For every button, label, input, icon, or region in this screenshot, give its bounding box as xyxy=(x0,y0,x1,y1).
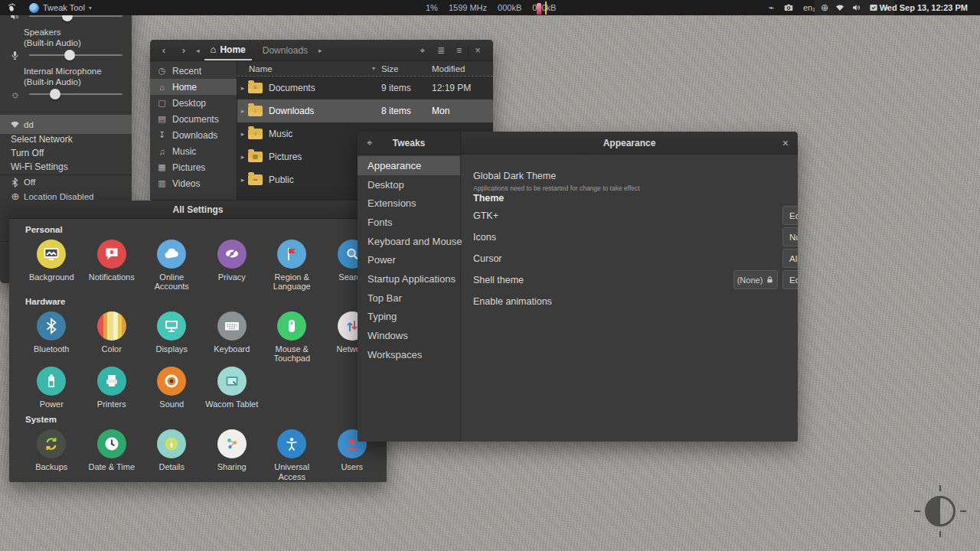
keyboard-layout-label: en₁ xyxy=(803,3,815,12)
settings-tile-universal-access[interactable]: Universal Access xyxy=(262,425,322,481)
settings-tile-color[interactable]: Color xyxy=(82,308,142,363)
sidebar-item-documents[interactable]: ▤Documents xyxy=(150,111,237,127)
settings-tile-date-time[interactable]: Date & Time xyxy=(82,425,142,481)
displays-icon xyxy=(157,311,186,341)
settings-tile-sound[interactable]: Sound xyxy=(142,363,202,409)
sidebar-label: Music xyxy=(172,146,196,157)
tweaks-item-appearance[interactable]: Appearance xyxy=(358,156,460,175)
icon-theme-dropdown[interactable]: Numix-Circle ▾ xyxy=(782,227,798,246)
sidebar-item-desktop[interactable]: ▢Desktop xyxy=(150,95,237,111)
sidebar-label: Desktop xyxy=(172,98,206,109)
pathbar-home-tab[interactable]: ⌂ Home xyxy=(204,40,252,60)
settings-tile-backups[interactable]: Backups xyxy=(21,425,82,481)
close-button[interactable]: × xyxy=(469,45,487,56)
submenu-arrow-icon[interactable]: ▸ xyxy=(969,207,972,215)
gtk-theme-dropdown[interactable]: Equilux ▾ xyxy=(782,206,798,225)
close-button[interactable]: × xyxy=(782,137,789,149)
file-row-downloads[interactable]: ▸ ↓Downloads 8 items Mon xyxy=(237,99,493,122)
column-modified[interactable]: Modified xyxy=(432,64,493,73)
sidebar-item-music[interactable]: ♫Music xyxy=(150,143,237,159)
settings-tile-sharing[interactable]: Sharing xyxy=(202,425,263,481)
tile-label: Displays xyxy=(155,344,188,354)
settings-tile-power[interactable]: Power xyxy=(21,363,82,409)
turn-off-item[interactable]: Turn Off xyxy=(11,148,44,158)
screenshot-camera-icon[interactable] xyxy=(783,2,794,13)
widget-tick-bottom xyxy=(939,531,941,537)
settings-tile-online-accounts[interactable]: Online Accounts xyxy=(142,236,202,291)
settings-tile-region-language[interactable]: Region & Language xyxy=(262,236,322,291)
settings-tile-keyboard[interactable]: Keyboard xyxy=(202,308,263,363)
path-scroll-right-icon[interactable]: ▸ xyxy=(318,47,322,54)
settings-tile-privacy[interactable]: Privacy xyxy=(202,236,263,291)
back-button[interactable]: ‹ xyxy=(156,44,172,56)
volume-slider[interactable] xyxy=(29,15,122,17)
expander-icon[interactable]: ▸ xyxy=(237,84,248,92)
tweaks-item-power[interactable]: Power xyxy=(358,250,460,269)
path-scroll-left-icon[interactable]: ◂ xyxy=(196,47,200,54)
submenu-arrow-icon[interactable]: ▸ xyxy=(969,222,972,230)
app-menu[interactable]: Tweak Tool ▾ xyxy=(23,0,98,15)
settings-tile-details[interactable]: Details xyxy=(142,425,202,481)
activities-button[interactable] xyxy=(0,0,23,15)
bluetooth-status[interactable]: Off xyxy=(24,177,35,187)
file-name: Music xyxy=(269,129,292,139)
expander-icon[interactable]: ▸ xyxy=(237,176,248,184)
window-menu-button[interactable]: ≡ xyxy=(450,45,469,56)
file-row-documents[interactable]: ▸ ≡Documents 9 items 12:19 PM xyxy=(237,77,493,99)
tweaks-item-top-bar[interactable]: Top Bar xyxy=(358,289,460,308)
forward-button[interactable]: › xyxy=(176,44,191,56)
clock[interactable]: Wed Sep 13, 12:23 PM xyxy=(880,3,968,12)
list-view-button[interactable]: ≣ xyxy=(432,45,450,56)
brightness-slider-knob[interactable] xyxy=(50,89,60,99)
sidebar-item-downloads[interactable]: ↧Downloads xyxy=(150,127,237,143)
settings-tile-bluetooth[interactable]: Bluetooth xyxy=(21,308,82,363)
submenu-arrow-icon[interactable]: ▸ xyxy=(969,32,972,40)
tweaks-item-desktop[interactable]: Desktop xyxy=(358,175,460,194)
submenu-arrow-icon[interactable]: ▸ xyxy=(969,71,972,79)
microphone-label[interactable]: Internal Microphone (Built-in Audio) xyxy=(24,66,102,88)
gtk-label: GTK+ xyxy=(473,210,498,221)
locate-pointer-icon[interactable]: ⌖ xyxy=(367,137,372,149)
online-accounts-icon xyxy=(157,240,186,269)
pathbar-downloads-tab[interactable]: Downloads xyxy=(256,40,314,60)
tweaks-item-typing[interactable]: Typing xyxy=(358,308,460,327)
shell-theme-dropdown[interactable]: Equilux ▾ xyxy=(782,270,798,289)
expander-icon[interactable]: ▸ xyxy=(237,130,248,138)
tweaks-item-keyboard-mouse[interactable]: Keyboard and Mouse xyxy=(358,232,460,251)
sidebar-item-videos[interactable]: ▥Videos xyxy=(150,175,237,191)
tweaks-item-workspaces[interactable]: Workspaces xyxy=(358,345,460,364)
settings-tile-mouse-touchpad[interactable]: Mouse & Touchpad xyxy=(262,308,322,363)
settings-tile-displays[interactable]: Displays xyxy=(142,308,202,363)
microphone-slider-knob[interactable] xyxy=(64,50,75,60)
settings-tile-notifications[interactable]: Notifications xyxy=(82,236,142,291)
cursor-theme-dropdown[interactable]: Alkano-Aluminium ▾ xyxy=(782,249,798,268)
sidebar-item-home[interactable]: ⌂Home xyxy=(150,79,237,95)
expander-icon[interactable]: ▸ xyxy=(237,153,248,161)
microphone-line1: Internal Microphone xyxy=(24,67,102,76)
desktop-half-circle-widget[interactable] xyxy=(925,496,956,527)
settings-tile-wacom[interactable]: Wacom Tablet xyxy=(202,363,263,409)
expander-icon[interactable]: ▸ xyxy=(237,107,248,115)
settings-tile-background[interactable]: Background xyxy=(21,236,82,291)
locate-pointer-icon[interactable]: ⌖ xyxy=(413,45,432,56)
sidebar-item-pictures[interactable]: ▦Pictures xyxy=(150,159,237,175)
tweaks-item-windows[interactable]: Windows xyxy=(358,326,460,345)
select-network-item[interactable]: Select Network xyxy=(11,134,73,145)
submenu-arrow-icon[interactable]: ▸ xyxy=(969,178,972,186)
tile-label: Online Accounts xyxy=(143,272,200,291)
touchpad-off-icon[interactable]: ⌁ xyxy=(769,3,774,12)
shell-theme-none-button[interactable]: (None) xyxy=(733,270,778,289)
speakers-label[interactable]: Speakers (Built-in Audio) xyxy=(24,27,81,49)
gnome-foot-icon xyxy=(6,2,17,13)
wifi-settings-item[interactable]: Wi-Fi Settings xyxy=(11,161,68,172)
microphone-slider[interactable] xyxy=(29,54,122,56)
column-name[interactable]: Name ▾ xyxy=(237,64,381,73)
column-size[interactable]: Size xyxy=(381,64,432,73)
tweaks-item-extensions[interactable]: Extensions xyxy=(358,194,460,213)
tweaks-item-fonts[interactable]: Fonts xyxy=(358,213,460,232)
settings-tile-printers[interactable]: Printers xyxy=(82,363,142,409)
submenu-arrow-icon[interactable]: ▸ xyxy=(969,193,972,201)
sidebar-item-recent[interactable]: ◷Recent xyxy=(150,63,237,79)
brightness-slider[interactable] xyxy=(29,93,122,95)
tweaks-item-startup-applications[interactable]: Startup Applications xyxy=(358,269,460,289)
